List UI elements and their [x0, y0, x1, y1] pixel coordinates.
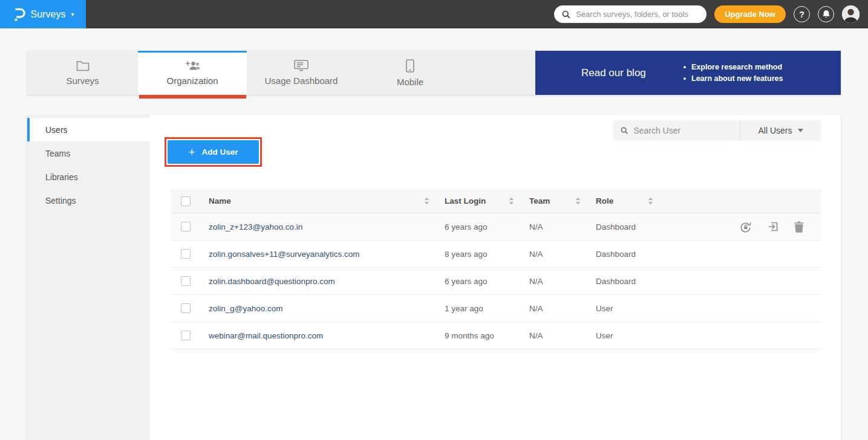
sidebar-item-users[interactable]: Users [27, 118, 150, 141]
sort-icon[interactable] [575, 197, 581, 205]
sort-icon[interactable] [648, 197, 653, 205]
tab-organization[interactable]: Organization [138, 51, 247, 95]
row-checkbox[interactable] [181, 276, 191, 286]
tab-surveys[interactable]: Surveys [27, 51, 138, 95]
plus-icon: + [188, 146, 195, 158]
row-checkbox[interactable] [181, 331, 191, 340]
last-login-value: 8 years ago [436, 250, 520, 259]
role-value: Dashboard [587, 222, 659, 231]
bell-icon [822, 10, 830, 19]
global-search[interactable] [554, 5, 706, 23]
user-filter-label: All Users [758, 126, 792, 135]
table-row: zolin.gonsalves+11@surveyanalytics.com 8… [171, 241, 821, 268]
mobile-phone-icon [406, 59, 414, 73]
row-actions [659, 221, 821, 233]
user-email-link[interactable]: zolin.dashboard@questionpro.com [200, 277, 436, 286]
last-login-value: 9 months ago [436, 331, 520, 340]
tab-mobile[interactable]: Mobile [356, 51, 465, 95]
global-search-input[interactable] [576, 10, 699, 19]
sort-icon[interactable] [424, 197, 429, 205]
row-checkbox[interactable] [181, 303, 191, 313]
column-header-last-login[interactable]: Last Login [436, 196, 520, 205]
reset-password-button[interactable] [739, 221, 752, 233]
banner-title: Read our blog [581, 67, 646, 79]
product-switcher-label: Surveys [31, 9, 66, 20]
annotation-highlight-add-user: + Add User [165, 137, 262, 167]
dashboard-screen-icon [294, 60, 308, 71]
delete-user-button[interactable] [794, 221, 804, 233]
team-value: N/A [520, 304, 587, 313]
add-user-label: Add User [202, 147, 238, 157]
role-value: User [587, 331, 659, 340]
organization-panel: Users Teams Libraries Settings [27, 115, 841, 440]
table-row: zolin_z+123@yahoo.co.in 6 years ago N/A … [171, 213, 821, 241]
user-email-link[interactable]: zolin_z+123@yahoo.co.in [200, 222, 436, 231]
column-header-team[interactable]: Team [520, 196, 587, 205]
users-content: All Users + Add User [150, 115, 841, 440]
bullet-icon: • [684, 74, 686, 83]
blog-banner[interactable]: Read our blog • Explore research method … [535, 51, 841, 95]
team-value: N/A [520, 331, 587, 340]
row-checkbox[interactable] [181, 222, 191, 231]
last-login-value: 1 year ago [436, 304, 520, 313]
table-row: webinar@mail.questionpro.com 9 months ag… [171, 322, 821, 349]
column-header-name[interactable]: Name [200, 196, 436, 205]
users-table: Name Last Login Team Role [171, 189, 821, 349]
sidebar-item-teams[interactable]: Teams [27, 141, 150, 165]
question-mark-icon: ? [799, 10, 804, 19]
search-icon [562, 10, 570, 19]
team-value: N/A [520, 277, 587, 286]
org-sidebar: Users Teams Libraries Settings [27, 115, 150, 440]
sidebar-item-label: Settings [45, 196, 76, 205]
avatar[interactable] [842, 5, 860, 23]
chevron-down-icon [798, 129, 803, 132]
user-search-input[interactable] [633, 126, 732, 135]
help-button[interactable]: ? [794, 6, 810, 22]
sidebar-item-settings[interactable]: Settings [27, 189, 150, 212]
banner-bullets: • Explore research method • Learn about … [684, 60, 783, 86]
tab-label: Mobile [397, 77, 423, 87]
add-user-button[interactable]: + Add User [168, 140, 259, 164]
tab-label: Usage Dashboard [265, 76, 338, 86]
questionpro-logo-icon [12, 7, 25, 22]
last-login-value: 6 years ago [436, 277, 520, 286]
tab-label: Surveys [66, 76, 99, 86]
add-people-icon [184, 60, 201, 71]
banner-bullet: • Explore research method [684, 63, 783, 71]
column-label: Team [529, 196, 550, 205]
sidebar-item-label: Users [45, 125, 68, 135]
notifications-button[interactable] [818, 6, 834, 22]
table-row: zolin_g@yahoo.com 1 year ago N/A User [171, 295, 821, 322]
user-email-link[interactable]: zolin_g@yahoo.com [200, 304, 436, 313]
folder-icon [76, 60, 90, 71]
column-header-role[interactable]: Role [587, 196, 659, 205]
role-value: Dashboard [587, 277, 659, 286]
search-icon [621, 126, 628, 135]
bullet-icon: • [684, 63, 686, 71]
user-email-link[interactable]: webinar@mail.questionpro.com [200, 331, 436, 340]
user-search[interactable] [613, 120, 740, 141]
select-all-checkbox[interactable] [181, 196, 191, 206]
login-as-user-button[interactable] [767, 221, 779, 233]
column-label: Last Login [445, 196, 486, 205]
sidebar-item-label: Libraries [45, 172, 78, 182]
tab-usage-dashboard[interactable]: Usage Dashboard [247, 51, 356, 95]
column-label: Role [596, 196, 613, 205]
table-row: zolin.dashboard@questionpro.com 6 years … [171, 268, 821, 295]
upgrade-now-button[interactable]: Upgrade Now [714, 5, 786, 23]
row-checkbox[interactable] [181, 249, 191, 259]
users-toolbar: All Users [613, 120, 821, 141]
banner-bullet-text: Learn about new features [691, 74, 783, 83]
banner-bullet: • Learn about new features [684, 74, 783, 83]
sort-icon[interactable] [509, 197, 514, 205]
column-label: Name [209, 196, 231, 205]
trash-icon [794, 221, 804, 233]
user-filter-dropdown[interactable]: All Users [740, 120, 821, 141]
role-value: User [587, 304, 659, 313]
product-switcher[interactable]: Surveys ▾ [0, 0, 86, 28]
team-value: N/A [520, 250, 587, 259]
table-header: Name Last Login Team Role [171, 189, 821, 213]
user-email-link[interactable]: zolin.gonsalves+11@surveyanalytics.com [200, 250, 436, 259]
team-value: N/A [520, 222, 587, 231]
sidebar-item-libraries[interactable]: Libraries [27, 165, 150, 189]
